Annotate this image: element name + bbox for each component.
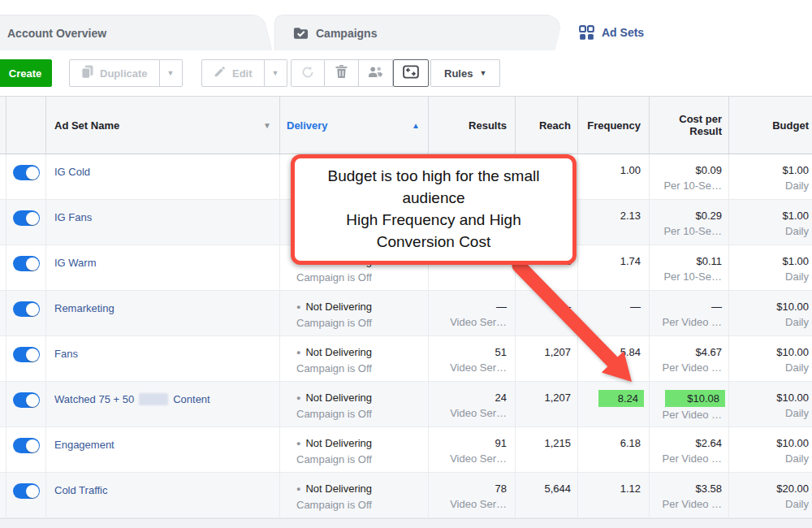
table-row: Remarketing ●Not DeliveringCampaign is O… bbox=[0, 291, 812, 336]
cost-per-result-value: $2.64 bbox=[650, 435, 722, 451]
tab-campaigns[interactable]: Campaigns bbox=[274, 15, 555, 50]
duplicate-button-group: Duplicate ▼ bbox=[69, 59, 183, 87]
refresh-button[interactable] bbox=[291, 59, 325, 87]
column-header-cost-per-result[interactable]: Cost per Result bbox=[650, 97, 729, 154]
annotation-line-1: Budget is too high for the small audienc… bbox=[306, 166, 561, 210]
rules-button[interactable]: Rules ▼ bbox=[430, 59, 500, 87]
budget-type: Daily bbox=[729, 223, 809, 239]
column-header-budget[interactable]: Budget bbox=[729, 97, 812, 154]
budget-type: Daily bbox=[729, 178, 809, 193]
budget-value: $20.00 bbox=[729, 481, 809, 496]
budget-value: $1.00 bbox=[729, 208, 809, 223]
delivery-substatus: Campaign is Off bbox=[296, 452, 428, 467]
budget-type: Daily bbox=[729, 451, 809, 466]
rules-button-label: Rules bbox=[444, 67, 473, 80]
frequency-value: 2.13 bbox=[620, 210, 641, 222]
delivery-status: Not Delivering bbox=[305, 483, 372, 495]
results-type: Video Ser… bbox=[429, 405, 507, 421]
column-header-ad-set-name[interactable]: Ad Set Name ▼ bbox=[46, 97, 280, 154]
redacted-text bbox=[139, 393, 168, 405]
ab-test-button[interactable] bbox=[393, 59, 429, 87]
ad-set-toggle[interactable] bbox=[13, 438, 40, 453]
ad-set-toggle[interactable] bbox=[13, 256, 40, 271]
delivery-substatus: Campaign is Off bbox=[296, 270, 428, 285]
table-row: Engagement ●Not DeliveringCampaign is Of… bbox=[0, 427, 812, 473]
results-value: 91 bbox=[429, 435, 507, 451]
budget-type: Daily bbox=[729, 269, 809, 284]
delete-button[interactable] bbox=[325, 59, 359, 87]
action-icon-bar bbox=[291, 59, 429, 87]
budget-type: Daily bbox=[729, 405, 809, 421]
cost-per-result-type: Per 10-Se… bbox=[650, 178, 722, 193]
cost-per-result-type: Per 10-Se… bbox=[650, 269, 722, 284]
budget-value: $10.00 bbox=[729, 299, 809, 314]
tab-account-overview[interactable]: Account Overview bbox=[0, 15, 261, 50]
ad-set-name-link[interactable]: Watched 75 + 50Content bbox=[54, 390, 210, 407]
budget-value: $10.00 bbox=[729, 344, 809, 360]
ad-set-name-link[interactable]: IG Cold bbox=[54, 162, 90, 180]
header-toggle-cell bbox=[6, 97, 46, 154]
ad-set-name-link[interactable]: Cold Traffic bbox=[54, 481, 108, 498]
reach-value: 5,644 bbox=[516, 473, 578, 517]
cost-per-result-value: $0.11 bbox=[650, 253, 722, 269]
ad-set-toggle[interactable] bbox=[13, 210, 40, 226]
edit-button-label: Edit bbox=[232, 67, 253, 80]
tab-ad-sets[interactable]: Ad Sets bbox=[566, 15, 812, 50]
tab-account-overview-label: Account Overview bbox=[7, 27, 106, 40]
chevron-down-icon: ▼ bbox=[272, 70, 279, 77]
ad-set-toggle[interactable] bbox=[13, 483, 40, 499]
ad-set-name-link[interactable]: Fans bbox=[54, 344, 78, 361]
results-value: 78 bbox=[429, 481, 507, 496]
frequency-value: — bbox=[630, 301, 641, 313]
duplicate-button-label: Duplicate bbox=[100, 67, 148, 80]
results-type: Video Ser… bbox=[429, 496, 507, 512]
cost-per-result-value: $4.67 bbox=[650, 344, 722, 360]
folder-check-icon bbox=[293, 27, 309, 40]
chevron-down-icon[interactable]: ▼ bbox=[263, 121, 271, 130]
ad-set-name-link[interactable]: Remarketing bbox=[54, 299, 114, 316]
table-header: Ad Set Name ▼ Delivery ▲ Results Reach F… bbox=[0, 96, 812, 154]
ad-set-name-link[interactable]: IG Fans bbox=[54, 208, 92, 225]
results-value: 51 bbox=[429, 344, 507, 360]
results-type: Video Ser… bbox=[429, 314, 507, 330]
cost-per-result-type: Per Video … bbox=[650, 360, 722, 375]
edit-button-group: Edit ▼ bbox=[201, 59, 287, 87]
cost-per-result-type: Per Video … bbox=[650, 496, 722, 512]
annotation-callout: Budget is too high for the small audienc… bbox=[291, 154, 577, 265]
delivery-substatus: Campaign is Off bbox=[296, 497, 428, 513]
results-type: Video Ser… bbox=[429, 451, 507, 466]
budget-type: Daily bbox=[729, 314, 809, 330]
column-header-frequency[interactable]: Frequency bbox=[578, 97, 650, 154]
cost-per-result-value-highlighted: $10.08 bbox=[665, 390, 725, 407]
chevron-down-icon: ▼ bbox=[479, 70, 486, 77]
delivery-status: Not Delivering bbox=[305, 392, 372, 404]
column-header-delivery[interactable]: Delivery ▲ bbox=[280, 97, 429, 154]
ad-set-toggle[interactable] bbox=[13, 301, 40, 317]
tab-campaigns-label: Campaigns bbox=[316, 27, 377, 40]
column-header-reach[interactable]: Reach bbox=[516, 97, 578, 154]
ad-set-toggle[interactable] bbox=[13, 165, 40, 180]
add-people-icon bbox=[368, 66, 383, 81]
cost-per-result-type: Per Video … bbox=[650, 407, 725, 422]
ad-set-name-link[interactable]: IG Warm bbox=[54, 253, 97, 270]
ad-set-toggle[interactable] bbox=[13, 392, 40, 408]
status-dot-icon: ● bbox=[296, 439, 300, 448]
status-dot-icon: ● bbox=[296, 348, 300, 357]
duplicate-button[interactable]: Duplicate bbox=[69, 59, 160, 87]
ad-set-name-link[interactable]: Engagement bbox=[54, 435, 114, 452]
column-header-results[interactable]: Results bbox=[429, 97, 516, 154]
budget-value: $1.00 bbox=[729, 253, 809, 269]
results-value: 24 bbox=[429, 390, 507, 405]
budget-type: Daily bbox=[729, 360, 809, 375]
frequency-value: 1.12 bbox=[620, 483, 641, 495]
create-button[interactable]: Create bbox=[0, 59, 52, 87]
audience-button[interactable] bbox=[359, 59, 393, 87]
duplicate-dropdown-button[interactable]: ▼ bbox=[160, 59, 183, 87]
edit-dropdown-button[interactable]: ▼ bbox=[265, 59, 287, 87]
ad-set-toggle[interactable] bbox=[13, 347, 40, 362]
frequency-value: 5.84 bbox=[620, 346, 641, 358]
edit-button[interactable]: Edit bbox=[201, 59, 265, 87]
cost-per-result-type: Per Video … bbox=[650, 314, 722, 330]
reach-value: 1,215 bbox=[516, 427, 578, 472]
frequency-value: 1.74 bbox=[620, 255, 641, 267]
